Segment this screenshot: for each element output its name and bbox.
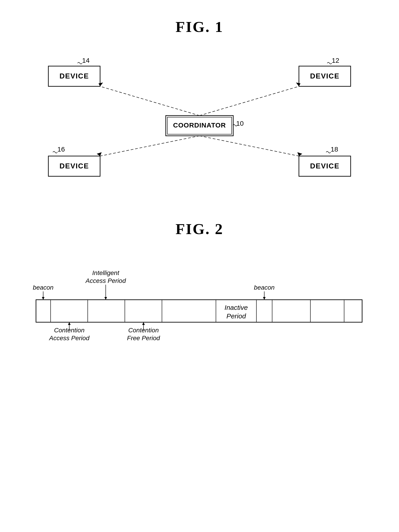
- page: FIG. 1 DEVICE 14 DEVICE 12 COORDINATOR: [0, 0, 399, 532]
- fig2-diagram: Inactive Period beacon beacon Intelligen…: [18, 256, 381, 350]
- svg-rect-24: [36, 300, 362, 322]
- svg-text:DEVICE: DEVICE: [59, 162, 89, 170]
- svg-text:12: 12: [332, 57, 339, 64]
- svg-text:16: 16: [57, 146, 65, 153]
- svg-line-22: [200, 136, 299, 156]
- svg-text:Inactive: Inactive: [224, 304, 248, 311]
- svg-line-18: [200, 86, 299, 116]
- svg-marker-21: [97, 152, 102, 156]
- svg-marker-41: [263, 297, 266, 300]
- svg-text:14: 14: [82, 57, 89, 64]
- svg-text:beacon: beacon: [33, 284, 54, 291]
- svg-marker-38: [42, 297, 44, 300]
- svg-text:Period: Period: [227, 312, 246, 320]
- svg-text:Intelligent: Intelligent: [92, 269, 120, 276]
- fig1-svg: DEVICE 14 DEVICE 12 COORDINATOR 10 DEVIC…: [18, 49, 381, 202]
- svg-marker-49: [68, 322, 71, 325]
- svg-line-20: [100, 136, 200, 156]
- svg-text:DEVICE: DEVICE: [310, 72, 339, 80]
- svg-text:10: 10: [236, 120, 244, 127]
- fig1-diagram: DEVICE 14 DEVICE 12 COORDINATOR 10 DEVIC…: [18, 49, 381, 202]
- svg-text:beacon: beacon: [254, 284, 275, 291]
- fig2-svg: Inactive Period beacon beacon Intelligen…: [18, 256, 381, 350]
- fig1-title: FIG. 1: [18, 18, 381, 36]
- svg-marker-45: [104, 297, 107, 300]
- svg-text:Access Period: Access Period: [85, 277, 126, 284]
- svg-text:DEVICE: DEVICE: [59, 72, 89, 80]
- svg-text:Free Period: Free Period: [127, 335, 160, 342]
- svg-marker-53: [142, 322, 145, 325]
- svg-text:COORDINATOR: COORDINATOR: [173, 121, 226, 129]
- svg-text:18: 18: [331, 146, 338, 153]
- svg-line-16: [100, 86, 200, 116]
- svg-text:Access Period: Access Period: [49, 335, 90, 342]
- svg-text:DEVICE: DEVICE: [310, 162, 339, 170]
- fig2-title: FIG. 2: [18, 220, 381, 238]
- svg-marker-23: [297, 152, 302, 156]
